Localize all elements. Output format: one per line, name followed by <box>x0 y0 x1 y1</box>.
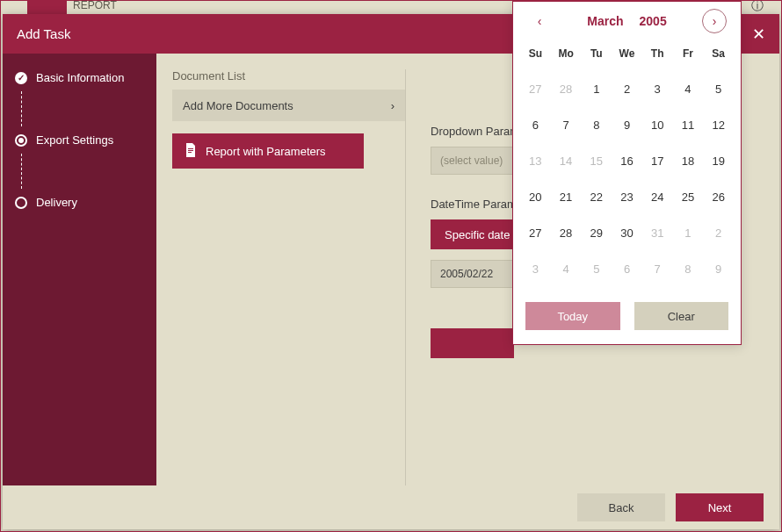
calendar-day[interactable]: 27 <box>520 77 551 101</box>
add-more-label: Add More Documents <box>183 99 293 112</box>
wizard-sidebar: Basic Information Export Settings Delive… <box>3 54 156 485</box>
calendar-day[interactable]: 17 <box>642 149 673 173</box>
calendar-day[interactable]: 6 <box>520 113 551 137</box>
document-icon <box>185 143 197 160</box>
step-pending-icon <box>15 197 27 209</box>
ribbon-tab <box>27 1 67 14</box>
report-btn-label: Report with Parameters <box>206 145 326 158</box>
calendar-day[interactable]: 14 <box>551 149 582 173</box>
calendar-day[interactable]: 20 <box>520 185 551 209</box>
calendar-day[interactable]: 8 <box>673 257 704 281</box>
calendar-day[interactable]: 24 <box>642 185 673 209</box>
calendar-day[interactable]: 28 <box>551 221 582 245</box>
calendar-dow: Su <box>520 40 551 65</box>
close-button[interactable]: ✕ <box>752 25 765 44</box>
step-label: Export Settings <box>36 133 113 147</box>
modal-title: Add Task <box>17 26 70 41</box>
calendar-today-button[interactable]: Today <box>525 302 620 330</box>
calendar-day[interactable]: 12 <box>703 113 734 137</box>
step-label: Basic Information <box>36 71 124 84</box>
calendar-title[interactable]: March 2005 <box>587 14 666 28</box>
calendar-day[interactable]: 3 <box>642 77 673 101</box>
calendar-day[interactable]: 21 <box>551 185 582 209</box>
next-button[interactable]: Next <box>676 493 764 521</box>
step-current-icon <box>15 134 27 147</box>
date-picker-popup: ‹ March 2005 › SuMoTuWeThFrSa27281234567… <box>512 1 742 345</box>
custom-action-button[interactable] <box>431 328 514 358</box>
calendar-day[interactable]: 1 <box>581 77 612 101</box>
step-basic-information[interactable]: Basic Information <box>15 71 156 84</box>
step-check-icon <box>15 72 27 84</box>
calendar-day[interactable]: 10 <box>642 113 673 137</box>
calendar-day[interactable]: 3 <box>520 257 551 281</box>
calendar-day[interactable]: 26 <box>703 185 734 209</box>
calendar-dow: Sa <box>703 40 734 65</box>
step-delivery[interactable]: Delivery <box>15 196 156 209</box>
calendar-day[interactable]: 8 <box>581 113 612 137</box>
calendar-day[interactable]: 29 <box>581 221 612 245</box>
calendar-day[interactable]: 9 <box>612 113 642 137</box>
calendar-dow: Fr <box>673 40 704 65</box>
add-more-documents-button[interactable]: Add More Documents › <box>172 90 405 121</box>
report-with-parameters-button[interactable]: Report with Parameters <box>172 133 364 169</box>
chevron-right-icon: › <box>391 99 395 112</box>
calendar-day[interactable]: 23 <box>612 185 642 209</box>
calendar-day[interactable]: 16 <box>612 149 642 173</box>
document-list-label: Document List <box>172 69 405 83</box>
info-icon: ⓘ <box>751 0 764 14</box>
calendar-prev-month-button[interactable]: ‹ <box>527 9 552 33</box>
calendar-day[interactable]: 2 <box>612 77 642 101</box>
calendar-day[interactable]: 2 <box>703 221 734 245</box>
calendar-day[interactable]: 11 <box>673 113 704 137</box>
step-connector <box>21 91 22 126</box>
calendar-day[interactable]: 5 <box>581 257 612 281</box>
calendar-grid: SuMoTuWeThFrSa27281234567891011121314151… <box>513 40 741 290</box>
calendar-day[interactable]: 18 <box>673 149 704 173</box>
calendar-dow: We <box>612 40 642 65</box>
specific-date-button[interactable]: Specific date <box>431 219 524 249</box>
calendar-day[interactable]: 30 <box>612 221 642 245</box>
calendar-dow: Th <box>642 40 673 65</box>
calendar-day[interactable]: 4 <box>673 77 704 101</box>
calendar-day[interactable]: 4 <box>551 257 582 281</box>
calendar-day[interactable]: 7 <box>551 113 582 137</box>
step-label: Delivery <box>36 196 77 209</box>
ribbon-label: REPORT <box>73 0 117 11</box>
calendar-day[interactable]: 27 <box>520 221 551 245</box>
calendar-day[interactable]: 15 <box>581 149 612 173</box>
step-export-settings[interactable]: Export Settings <box>15 133 156 147</box>
calendar-day[interactable]: 13 <box>520 149 551 173</box>
calendar-day[interactable]: 19 <box>703 149 734 173</box>
back-button[interactable]: Back <box>577 493 665 521</box>
calendar-day[interactable]: 5 <box>703 77 734 101</box>
calendar-day[interactable]: 22 <box>581 185 612 209</box>
calendar-day[interactable]: 31 <box>642 221 673 245</box>
calendar-day[interactable]: 7 <box>642 257 673 281</box>
calendar-day[interactable]: 6 <box>612 257 642 281</box>
calendar-day[interactable]: 1 <box>673 221 704 245</box>
calendar-clear-button[interactable]: Clear <box>634 302 729 330</box>
calendar-day[interactable]: 28 <box>551 77 582 101</box>
calendar-month: March <box>587 14 623 28</box>
dropdown-parameter-select[interactable]: (select value) <box>431 147 518 175</box>
calendar-day[interactable]: 9 <box>703 257 734 281</box>
calendar-year: 2005 <box>640 14 667 28</box>
date-input[interactable]: 2005/02/22 <box>431 260 518 288</box>
calendar-day[interactable]: 25 <box>673 185 704 209</box>
calendar-dow: Tu <box>581 40 612 65</box>
calendar-next-month-button[interactable]: › <box>702 9 727 33</box>
step-connector <box>21 154 22 189</box>
modal-footer: Back Next <box>3 485 779 529</box>
calendar-dow: Mo <box>551 40 582 65</box>
